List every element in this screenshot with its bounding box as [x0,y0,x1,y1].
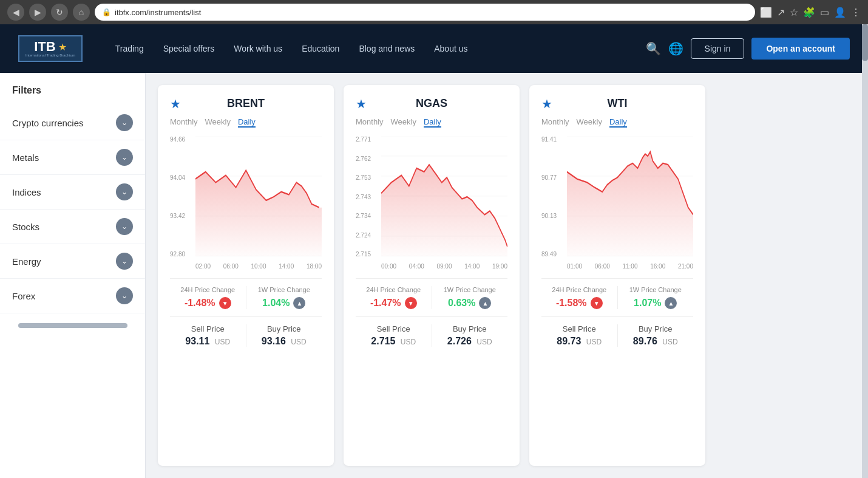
wti-title: WTI [608,97,628,110]
sidebar-item-indices[interactable]: Indices ⌄ [0,175,145,210]
open-account-button[interactable]: Open an account [751,38,850,60]
menu-icon[interactable]: ⋮ [851,7,861,18]
nav-special-offers[interactable]: Special offers [155,39,223,58]
chevron-energy-icon: ⌄ [116,253,133,270]
wti-x-3: 11:00 [622,263,637,270]
nav-education[interactable]: Education [293,39,348,58]
wti-x-5: 21:00 [678,263,693,270]
nav-about-us[interactable]: About us [426,39,476,58]
ngas-y-6: 2.724 [356,232,380,239]
share-icon[interactable]: ↗ [777,7,785,18]
sidebar-scrollbar[interactable] [18,323,127,328]
browser-action-icons: ⬜ ↗ ☆ 🧩 ▭ 👤 ⋮ [760,7,861,18]
ngas-svg [381,136,507,258]
brent-1w-col: 1W Price Change 1.04% ▲ [246,286,322,309]
wti-card-header: ★ WTI [541,97,693,110]
brent-24h-value: -1.48% ▼ [170,297,246,309]
wti-svg [567,136,693,258]
main-layout: Filters Crypto currencies ⌄ Metals ⌄ Ind… [0,73,868,478]
brent-1w-pct: 1.04% [262,298,290,309]
nav-forward-button[interactable]: ▶ [29,4,46,21]
sidebar-item-energy[interactable]: Energy ⌄ [0,244,145,279]
nav-trading[interactable]: Trading [107,39,152,58]
ngas-buy-label: Buy Price [432,324,508,333]
ngas-chart: 2.771 2.762 2.753 2.743 2.734 2.724 2.71… [356,136,507,270]
ngas-sell-price: 2.715 USD [356,336,432,347]
wti-chart: 91.41 90.77 90.13 89.49 [541,136,693,270]
globe-icon[interactable]: 🌐 [668,41,683,56]
wti-time-tabs: Monthly Weekly Daily [541,117,693,128]
sidebar-label-crypto: Crypto currencies [12,118,84,128]
ngas-x-3: 09:00 [436,263,452,270]
logo[interactable]: ITB ★ International Trading Brachium [18,35,83,62]
scrollbar-thumb[interactable] [862,24,868,61]
wti-buy-label: Buy Price [618,324,694,333]
ngas-tab-monthly[interactable]: Monthly [356,117,384,128]
sidebar-item-stocks[interactable]: Stocks ⌄ [0,210,145,244]
ngas-favorite-icon[interactable]: ★ [356,97,367,111]
nav-back-button[interactable]: ◀ [7,4,24,21]
wti-24h-icon: ▼ [591,297,603,309]
ngas-svg-container [381,136,507,258]
wti-tab-monthly[interactable]: Monthly [541,117,569,128]
sidebar-label-forex: Forex [12,291,35,301]
brent-buy-price: 93.16 USD [246,336,322,347]
brent-1w-value: 1.04% ▲ [246,297,322,309]
wti-y-labels: 91.41 90.77 90.13 89.49 [541,136,566,258]
wti-1w-label: 1W Price Change [618,286,694,293]
sidebar-item-metals[interactable]: Metals ⌄ [0,140,145,175]
brent-sell-buy-row: Sell Price 93.11 USD Buy Price 93.16 USD [170,316,322,347]
wti-24h-value: -1.58% ▼ [541,297,617,309]
wti-x-1: 01:00 [567,263,582,270]
brent-1w-icon: ▲ [293,297,305,309]
brent-x-4: 14:00 [279,263,294,270]
ngas-sell-buy-row: Sell Price 2.715 USD Buy Price 2.726 USD [356,316,507,347]
wti-1w-col: 1W Price Change 1.07% ▲ [618,286,694,309]
brent-tab-monthly[interactable]: Monthly [170,117,198,128]
brent-svg-container [195,136,322,258]
sidebar-item-crypto[interactable]: Crypto currencies ⌄ [0,106,145,140]
wti-sell-col: Sell Price 89.73 USD [541,324,618,347]
ngas-24h-label: 24H Price Change [356,286,432,293]
wti-sell-buy-row: Sell Price 89.73 USD Buy Price 89.76 USD [541,316,693,347]
ngas-x-labels: 00:00 04:00 09:00 14:00 19:00 [381,263,507,270]
nav-blog-and-news[interactable]: Blog and news [350,39,423,58]
extension-icon[interactable]: 🧩 [803,7,815,18]
wti-tab-weekly[interactable]: Weekly [577,117,602,128]
nav-home-button[interactable]: ⌂ [73,4,90,21]
sidebar-icon[interactable]: ▭ [820,7,829,18]
brent-favorite-icon[interactable]: ★ [170,97,181,111]
wti-svg-container [567,136,693,258]
ngas-y-2: 2.762 [356,155,380,162]
brent-tab-daily[interactable]: Daily [238,117,256,128]
address-bar[interactable]: 🔒 itbfx.com/instruments/list [95,4,755,21]
nav-refresh-button[interactable]: ↻ [51,4,68,21]
wti-1w-value: 1.07% ▲ [618,297,694,309]
brent-card-header: ★ BRENT [170,97,322,110]
nav-actions: 🔍 🌐 Sign in Open an account [646,38,850,60]
brent-buy-currency: USD [291,338,306,346]
brent-sell-price: 93.11 USD [170,336,246,347]
ngas-tab-weekly[interactable]: Weekly [391,117,416,128]
wti-tab-daily[interactable]: Daily [609,117,627,128]
cast-icon[interactable]: ⬜ [760,7,772,18]
wti-favorite-icon[interactable]: ★ [541,97,552,111]
profile-icon[interactable]: 👤 [834,7,846,18]
ngas-buy-price: 2.726 USD [432,336,508,347]
sidebar-item-forex[interactable]: Forex ⌄ [0,279,145,313]
ngas-sell-label: Sell Price [356,324,432,333]
wti-x-labels: 01:00 06:00 11:00 16:00 21:00 [567,263,693,270]
bookmark-icon[interactable]: ☆ [790,7,798,18]
ngas-1w-icon: ▲ [479,297,491,309]
brent-x-labels: 02:00 06:00 10:00 14:00 18:00 [195,263,322,270]
brent-price-change-row: 24H Price Change -1.48% ▼ 1W Price Chang… [170,278,322,309]
nav-work-with-us[interactable]: Work with us [225,39,291,58]
brent-y-bottom: 92.80 [170,251,194,258]
search-icon[interactable]: 🔍 [646,41,661,56]
brent-sell-currency: USD [215,338,230,346]
brent-tab-weekly[interactable]: Weekly [205,117,231,128]
brent-title: BRENT [227,97,265,110]
sign-in-button[interactable]: Sign in [691,38,745,59]
page-scrollbar[interactable] [862,24,868,478]
ngas-tab-daily[interactable]: Daily [424,117,441,128]
